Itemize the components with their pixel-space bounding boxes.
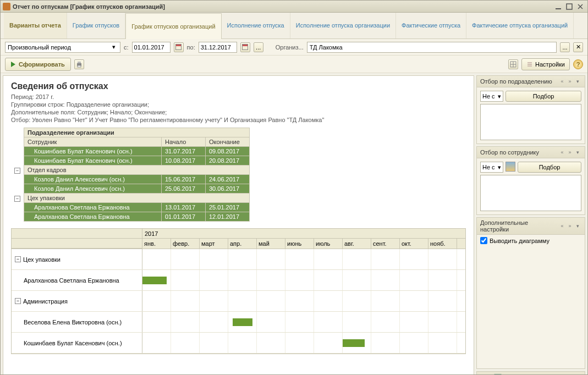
date-from-input[interactable]: 01.01.2017	[132, 42, 171, 53]
help-button[interactable]: ?	[573, 59, 583, 69]
settings-button[interactable]: Настройки	[521, 58, 570, 70]
bottom-toolbar: A▾ 🔧▾ ▾	[476, 371, 585, 375]
gantt-bar[interactable]	[142, 277, 167, 284]
building-icon[interactable]	[505, 162, 515, 172]
prev-icon[interactable]: «	[558, 222, 566, 230]
list-icon	[526, 61, 533, 68]
block-title: Отбор по подразделению	[480, 78, 558, 85]
gantt-month-header: авг.	[343, 239, 371, 249]
report-fields: Дополнительные поля: Сотрудник; Начало; …	[11, 109, 466, 115]
printer-icon	[76, 61, 83, 68]
report-filter: Отбор: Уволен Равно "Нет" И Учет Равно "…	[11, 117, 466, 123]
calendar-to-button[interactable]	[240, 42, 250, 52]
collapse-icon[interactable]: −	[15, 298, 21, 304]
calendar-icon	[175, 44, 182, 50]
collapse-icon[interactable]: −	[15, 256, 21, 262]
close-button[interactable]	[575, 2, 585, 11]
chevron-down-icon[interactable]: ▾	[574, 222, 581, 230]
chevron-down-icon: ▾	[498, 164, 501, 171]
form-button[interactable]: Сформировать	[5, 58, 71, 71]
gantt-chart: 2017 янв.февр.мартапр.майиюньиюльавг.сен…	[11, 228, 466, 354]
gantt-row[interactable]: −Администрация	[12, 291, 465, 312]
gantt-row-label: Администрация	[23, 298, 68, 305]
side-panel: Отбор по подразделению « » ▾ Не с▾ Подбо…	[476, 75, 585, 375]
org-clear-button[interactable]: ✕	[573, 42, 583, 52]
tab-actual[interactable]: Фактические отпуска	[396, 13, 466, 38]
emp-mode-dropdown[interactable]: Не с▾	[480, 162, 503, 173]
th-end: Окончание	[206, 137, 250, 147]
next-icon[interactable]: »	[566, 222, 574, 230]
table-row[interactable]: −Цех упаковки	[11, 194, 250, 203]
collapse-icon[interactable]: −	[14, 196, 20, 202]
tab-exec-org[interactable]: Исполнение отпуска организации	[290, 13, 396, 38]
chevron-down-icon[interactable]: ▾	[574, 148, 581, 156]
gantt-bar[interactable]	[343, 339, 365, 347]
next-icon[interactable]: »	[566, 148, 574, 156]
period-dropdown[interactable]: Произвольный период ▾	[5, 42, 120, 53]
minimize-button[interactable]	[553, 2, 563, 11]
table-row[interactable]: Аралханова Светлана Ержановна13.01.20172…	[11, 203, 250, 212]
svg-rect-3	[78, 62, 81, 63]
emp-pick-button[interactable]: Подбор	[518, 162, 581, 173]
gantt-month-header: март	[200, 239, 228, 249]
action-bar: Сформировать Настройки ?	[1, 56, 587, 73]
gantt-bar[interactable]	[233, 318, 252, 326]
gantt-month-header: окт.	[400, 239, 428, 249]
th-start: Начало	[162, 137, 206, 147]
window-title: Отчет по отпускам [График отпусков орган…	[13, 3, 553, 10]
table-row[interactable]: Козлов Данил Алекссевич (осн.)15.06.2017…	[11, 175, 250, 184]
print-button[interactable]	[74, 59, 84, 69]
calendar-from-button[interactable]	[174, 42, 184, 52]
tabs-bar: Варианты отчета График отпусков График о…	[1, 13, 587, 39]
tab-exec[interactable]: Исполнение отпуска	[222, 13, 290, 38]
svg-rect-1	[567, 4, 572, 9]
filter-employee-block: Отбор по сотруднику « » ▾ Не с▾ Подбор	[476, 146, 585, 215]
collapse-icon[interactable]: −	[14, 168, 20, 174]
table-view-button[interactable]	[508, 59, 518, 69]
gantt-month-header: май	[257, 239, 285, 249]
gantt-row-label: Аралханова Светлана Ержановна	[24, 277, 119, 284]
table-row[interactable]: Козлов Данил Алекссевич (осн.)25.06.2017…	[11, 184, 250, 194]
label-to: по:	[187, 44, 195, 51]
tab-schedule[interactable]: График отпусков	[67, 13, 125, 38]
maximize-button[interactable]	[564, 2, 574, 11]
gantt-month-header: янв.	[142, 239, 171, 249]
emp-list[interactable]	[480, 175, 581, 211]
gantt-row[interactable]: Кошинбаев Булат Касенович (осн.)	[12, 333, 465, 354]
tab-variants[interactable]: Варианты отчета	[4, 13, 67, 38]
table-row[interactable]: Кошинбаев Булат Касенович (осн.)31.07.20…	[11, 147, 250, 156]
period-picker-button[interactable]: ...	[254, 42, 263, 52]
date-to-input[interactable]: 31.12.2017	[199, 42, 237, 53]
gantt-month-header: сент.	[371, 239, 400, 249]
dept-mode-dropdown[interactable]: Не с▾	[480, 91, 503, 102]
table-row[interactable]: −Отдел кадров	[11, 166, 250, 175]
org-label: Организ...	[276, 44, 304, 51]
svg-rect-4	[78, 65, 81, 67]
tab-schedule-org[interactable]: График отпусков организаций	[125, 13, 221, 39]
table-row[interactable]: Аралханова Светлана Ержановна01.01.20171…	[11, 212, 250, 222]
table-row[interactable]: Кошинбаев Булат Касенович (осн.)10.08.20…	[11, 156, 250, 166]
prev-icon[interactable]: «	[558, 78, 566, 85]
tab-actual-org[interactable]: Фактические отпуска организаций	[466, 13, 574, 38]
gantt-row[interactable]: Веселова Елена Викторовна (осн.)	[12, 312, 465, 333]
block-title: Отбор по сотруднику	[480, 149, 558, 156]
gantt-row-label: Кошинбаев Булат Касенович (осн.)	[24, 340, 122, 346]
report-grouping: Группировки строк: Подразделение организ…	[11, 101, 466, 108]
grid-icon	[510, 61, 516, 68]
filter-bar: Произвольный период ▾ с: 01.01.2017 по: …	[1, 39, 587, 56]
next-icon[interactable]: »	[566, 78, 574, 85]
report-title: Сведения об отпусках	[11, 81, 466, 91]
show-diagram-checkbox[interactable]	[480, 237, 487, 244]
gantt-row[interactable]: Аралханова Светлана Ержановна	[12, 270, 465, 291]
org-input[interactable]: ТД Лакомка	[307, 42, 557, 53]
chevron-down-icon[interactable]: ▾	[574, 78, 581, 85]
dept-list[interactable]	[480, 104, 581, 140]
org-picker-button[interactable]: ...	[560, 42, 570, 52]
prev-icon[interactable]: «	[558, 148, 566, 156]
gantt-row[interactable]: −Цех упаковки	[12, 249, 465, 270]
gantt-month-header: нояб.	[428, 239, 457, 249]
dept-pick-button[interactable]: Подбор	[505, 91, 581, 102]
titlebar: Отчет по отпускам [График отпусков орган…	[1, 1, 587, 13]
gantt-row-label: Веселова Елена Викторовна (осн.)	[24, 319, 122, 326]
gantt-row-label: Цех упаковки	[23, 256, 61, 263]
